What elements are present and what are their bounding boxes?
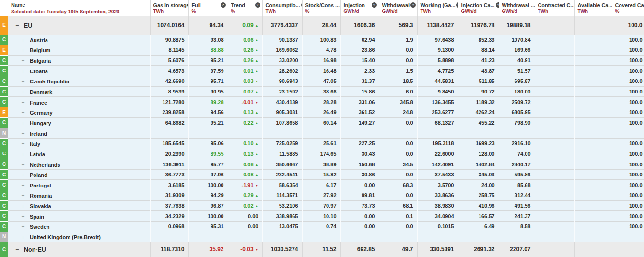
- cell-consumption: 3776.4337: [262, 16, 302, 35]
- column-header-full[interactable]: Full?%: [188, 0, 228, 16]
- expand-icon[interactable]: +: [20, 99, 26, 106]
- row-name[interactable]: Sweden: [30, 224, 50, 230]
- info-icon[interactable]: ?: [221, 2, 226, 8]
- cell-covered: 100.0: [612, 211, 644, 222]
- row-name[interactable]: Latvia: [30, 152, 45, 157]
- column-unit: %: [231, 9, 260, 14]
- cell-consumption: 90.1387: [262, 35, 302, 45]
- row-name[interactable]: Netherlands: [30, 162, 60, 168]
- expand-icon[interactable]: +: [20, 151, 26, 158]
- cell-value: 0.13: [243, 109, 253, 115]
- column-header-available[interactable]: Available Ca...?TWh: [574, 0, 612, 16]
- column-header-name[interactable]: NameSelected date: Tuesday 19th Septembe…: [8, 0, 150, 16]
- column-unit: GWh/d: [461, 9, 497, 14]
- expand-icon[interactable]: +: [20, 213, 26, 220]
- row-name[interactable]: Poland: [30, 172, 47, 178]
- info-icon[interactable]: ?: [456, 2, 458, 8]
- row-name[interactable]: EU: [24, 23, 32, 29]
- expand-icon[interactable]: +: [20, 234, 26, 241]
- row-name[interactable]: Ireland: [30, 131, 47, 137]
- cell-value: 227.25: [359, 140, 375, 146]
- cell-value: 6.49: [484, 223, 494, 229]
- row-name[interactable]: Non-EU: [24, 246, 46, 253]
- column-label: Working (Ga...: [421, 2, 456, 8]
- cell-value: 38.66: [323, 89, 337, 94]
- info-icon[interactable]: ?: [255, 2, 260, 8]
- cell-value: 100.83: [320, 37, 337, 43]
- cell-value: 1189.32: [476, 99, 494, 105]
- row-name[interactable]: Croatia: [30, 69, 48, 74]
- row-name[interactable]: Belgium: [30, 47, 50, 53]
- row-name[interactable]: Germany: [30, 110, 53, 116]
- cell-trend: 0.13▲: [228, 107, 262, 117]
- expand-icon[interactable]: +: [20, 203, 26, 210]
- expand-icon[interactable]: +: [20, 182, 26, 189]
- row-name[interactable]: Portugal: [30, 183, 51, 188]
- collapse-icon[interactable]: −: [14, 246, 21, 253]
- column-unit: TWh: [266, 9, 300, 14]
- expand-icon[interactable]: +: [20, 58, 26, 64]
- cell-value: 100.0: [629, 182, 643, 188]
- column-header-injection_cap[interactable]: Injection Ca...?GWh/d: [458, 0, 499, 16]
- column-label: Gas in storage: [153, 2, 189, 8]
- cell-consumption: 350.6667: [262, 159, 302, 170]
- column-header-covered[interactable]: Covered Cap...?%: [612, 0, 644, 16]
- row-name[interactable]: Austria: [30, 37, 48, 43]
- column-header-withdrawal_cap[interactable]: Withdrawal ...?GWh/d: [499, 0, 535, 16]
- cell-available: [574, 76, 612, 87]
- cell-value: 88.14: [481, 47, 495, 53]
- column-header-withdrawal[interactable]: Withdrawal?GWh/d: [379, 0, 417, 16]
- row-name[interactable]: Romania: [30, 193, 52, 199]
- status-badge-cell: C: [0, 169, 8, 180]
- cell-value: 692.85: [357, 246, 375, 253]
- expand-icon[interactable]: +: [20, 78, 26, 85]
- trend-down-icon: ▼: [255, 248, 258, 251]
- column-header-consumption[interactable]: Consumptio...?TWh: [262, 0, 302, 16]
- row-name[interactable]: Czech Republic: [30, 79, 69, 84]
- cell-value: 34.5: [403, 162, 413, 167]
- row-name[interactable]: United Kingdom (Pre-Brexit): [30, 234, 101, 240]
- cell-gas: 8.1145: [150, 45, 188, 56]
- column-header-trend[interactable]: Trend?%: [228, 0, 262, 16]
- cell-value: 1402.84: [476, 162, 495, 167]
- cell-trend: [228, 128, 262, 139]
- expand-icon[interactable]: +: [20, 109, 26, 116]
- column-header-contracted[interactable]: Contracted C...?TWh: [535, 0, 574, 16]
- expand-icon[interactable]: +: [20, 130, 26, 137]
- cell-value: 142.4091: [432, 162, 454, 167]
- cell-trend: 0.26▲: [228, 45, 262, 56]
- row-name[interactable]: France: [30, 100, 47, 105]
- column-header-gas[interactable]: Gas in storage?TWh: [150, 0, 188, 16]
- cell-contracted: [535, 200, 574, 211]
- column-header-stock[interactable]: Stock/Cons ...?%: [302, 0, 340, 16]
- expand-icon[interactable]: +: [20, 37, 26, 44]
- row-name[interactable]: Denmark: [30, 89, 52, 95]
- row-name[interactable]: Spain: [30, 214, 44, 220]
- expand-icon[interactable]: +: [20, 172, 26, 178]
- cell-consumption: 169.6062: [262, 45, 302, 56]
- collapse-icon[interactable]: −: [14, 22, 21, 29]
- info-icon[interactable]: ?: [410, 2, 416, 8]
- cell-injection: 62.94: [340, 35, 379, 45]
- info-icon[interactable]: ?: [372, 2, 377, 8]
- cell-covered: 100.0: [612, 222, 644, 232]
- expand-icon[interactable]: +: [20, 140, 26, 147]
- row-name[interactable]: Bulgaria: [30, 58, 51, 64]
- expand-icon[interactable]: +: [20, 47, 26, 54]
- column-header-working[interactable]: Working (Ga...?TWh: [417, 0, 458, 16]
- expand-icon[interactable]: +: [20, 223, 26, 230]
- expand-icon[interactable]: +: [20, 120, 26, 127]
- info-icon[interactable]: ?: [496, 2, 499, 8]
- cell-available: [574, 45, 612, 56]
- cell-injection_cap: 1699.23: [458, 138, 499, 149]
- column-header-injection[interactable]: Injection?GWh/d: [340, 0, 379, 16]
- cell-contracted: [535, 180, 574, 190]
- expand-icon[interactable]: +: [20, 68, 26, 75]
- row-name[interactable]: Slovakia: [30, 203, 51, 209]
- row-name[interactable]: Italy: [30, 141, 40, 147]
- expand-icon[interactable]: +: [20, 162, 26, 168]
- cell-value: 491.56: [515, 203, 531, 209]
- expand-icon[interactable]: +: [20, 192, 26, 199]
- row-name[interactable]: Hungary: [30, 120, 51, 126]
- expand-icon[interactable]: +: [20, 89, 26, 95]
